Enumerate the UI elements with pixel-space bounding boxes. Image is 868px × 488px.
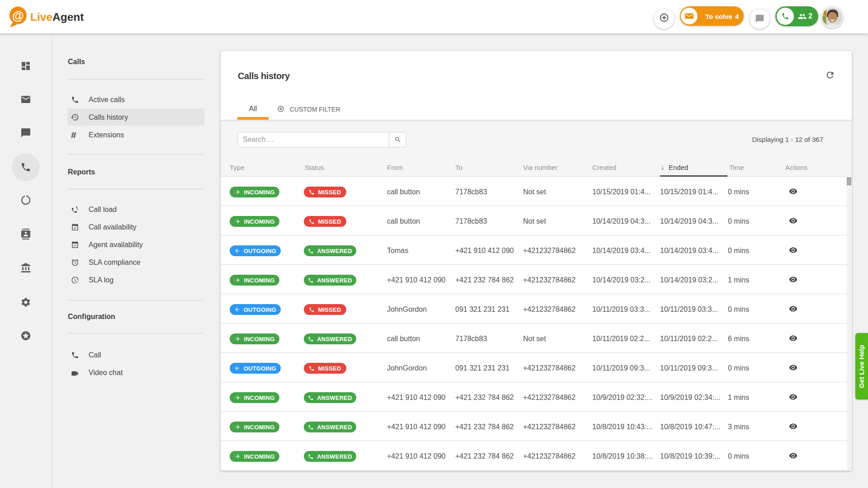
svg-text:@: @ xyxy=(12,9,24,23)
